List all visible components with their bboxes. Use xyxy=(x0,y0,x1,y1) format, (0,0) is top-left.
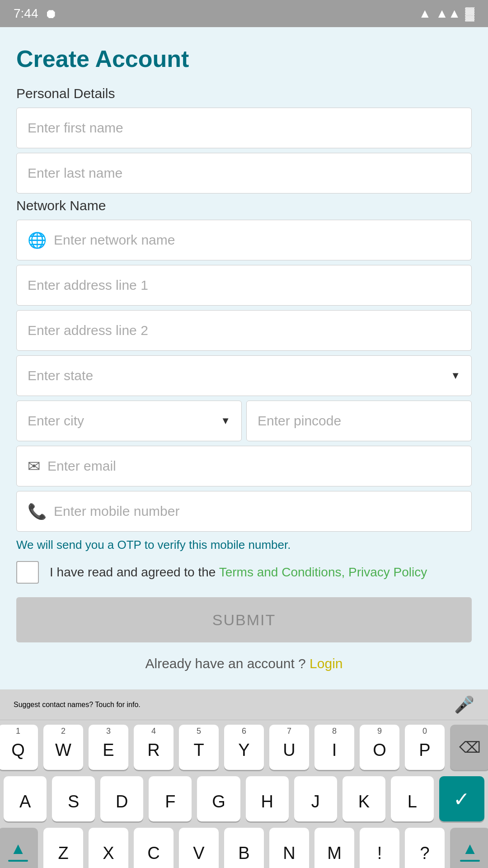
key-g[interactable]: G xyxy=(197,776,240,821)
pincode-field[interactable]: Enter pincode xyxy=(246,401,472,441)
terms-text: I have read and agreed to the Terms and … xyxy=(50,563,427,581)
key-r[interactable]: 4 R xyxy=(134,725,174,770)
key-z[interactable]: Z xyxy=(43,828,83,868)
wifi-icon: ▲ xyxy=(418,6,431,21)
key-s[interactable]: S xyxy=(52,776,95,821)
mobile-field[interactable]: 📞 xyxy=(16,491,472,532)
shift-line-right xyxy=(460,860,480,862)
key-y[interactable]: 6 Y xyxy=(224,725,264,770)
state-dropdown-arrow-icon: ▼ xyxy=(450,370,460,382)
microphone-icon[interactable]: 🎤 xyxy=(454,695,474,714)
status-time: 7:44 xyxy=(14,6,38,21)
suggestion-text: Suggest contact names? Touch for info. xyxy=(14,701,141,709)
shift-line-left xyxy=(8,860,28,862)
pincode-placeholder: Enter pincode xyxy=(258,413,341,429)
address-line1-field[interactable] xyxy=(16,265,472,306)
personal-details-label: Personal Details xyxy=(16,86,472,101)
key-c[interactable]: C xyxy=(134,828,174,868)
email-icon: ✉ xyxy=(28,457,40,475)
key-q[interactable]: 1 Q xyxy=(0,725,38,770)
keyboard-suggestion-bar: Suggest contact names? Touch for info. 🎤 xyxy=(0,689,488,720)
battery-icon: ▓ xyxy=(465,6,474,21)
login-prompt-text: Already have an account ? xyxy=(145,656,306,671)
shift-left-button[interactable]: ▲ xyxy=(0,828,38,868)
email-field[interactable]: ✉ xyxy=(16,446,472,486)
status-right: ▲ ▲▲ ▓ xyxy=(418,6,474,21)
key-x[interactable]: X xyxy=(89,828,128,868)
key-o[interactable]: 9 O xyxy=(360,725,399,770)
state-field[interactable]: Enter state ▼ xyxy=(16,355,472,396)
last-name-field[interactable] xyxy=(16,153,472,193)
key-n[interactable]: N xyxy=(269,828,309,868)
terms-row: I have read and agreed to the Terms and … xyxy=(16,561,472,584)
key-question[interactable]: ? xyxy=(405,828,445,868)
globe-icon: 🌐 xyxy=(28,231,47,249)
address-line2-input[interactable] xyxy=(28,323,460,338)
keyboard: 1 Q 2 W 3 E 4 R 5 T 6 Y 7 U 8 I xyxy=(0,720,488,868)
status-dot-icon: ⏺ xyxy=(45,6,57,21)
key-k[interactable]: K xyxy=(343,776,385,821)
key-i[interactable]: 8 I xyxy=(314,725,354,770)
key-w[interactable]: 2 W xyxy=(43,725,83,770)
terms-prefix: I have read and agreed to the xyxy=(50,565,219,579)
keyboard-row-1: 1 Q 2 W 3 E 4 R 5 T 6 Y 7 U 8 I xyxy=(4,725,484,770)
key-f[interactable]: F xyxy=(149,776,192,821)
key-j[interactable]: J xyxy=(294,776,337,821)
shift-right-icon: ▲ xyxy=(462,839,478,858)
submit-button[interactable]: SUBMIT xyxy=(16,597,472,642)
last-name-input[interactable] xyxy=(28,165,460,181)
city-pincode-row: Enter city ▼ Enter pincode xyxy=(16,401,472,441)
login-link[interactable]: Login xyxy=(310,656,343,671)
terms-checkbox[interactable] xyxy=(16,561,39,584)
network-name-label: Network Name xyxy=(16,198,472,213)
shift-up-icon: ▲ xyxy=(10,839,26,858)
key-u[interactable]: 7 U xyxy=(269,725,309,770)
status-bar: 7:44 ⏺ ▲ ▲▲ ▓ xyxy=(0,0,488,27)
address-line2-field[interactable] xyxy=(16,310,472,351)
email-input[interactable] xyxy=(47,458,460,474)
main-content: Create Account Personal Details Network … xyxy=(0,27,488,689)
signal-icon: ▲▲ xyxy=(436,6,460,21)
key-v[interactable]: V xyxy=(179,828,219,868)
status-left: 7:44 ⏺ xyxy=(14,6,57,21)
city-field[interactable]: Enter city ▼ xyxy=(16,401,242,441)
key-a[interactable]: A xyxy=(4,776,47,821)
city-placeholder: Enter city xyxy=(28,413,84,429)
address-line1-input[interactable] xyxy=(28,278,460,293)
terms-link[interactable]: Terms and Conditions, Privacy Policy xyxy=(219,565,427,579)
key-h[interactable]: H xyxy=(246,776,289,821)
first-name-input[interactable] xyxy=(28,120,460,136)
network-name-input[interactable] xyxy=(54,232,460,248)
key-exclamation[interactable]: ! xyxy=(360,828,399,868)
key-e[interactable]: 3 E xyxy=(89,725,128,770)
key-t[interactable]: 5 T xyxy=(179,725,219,770)
network-name-field[interactable]: 🌐 xyxy=(16,220,472,260)
keyboard-row-3: ▲ Z X C V B N M ! ? ▲ xyxy=(4,828,484,868)
keyboard-row-2: A S D F G H J K L ✓ xyxy=(4,776,484,821)
mobile-input[interactable] xyxy=(54,504,460,519)
first-name-field[interactable] xyxy=(16,108,472,148)
key-p[interactable]: 0 P xyxy=(405,725,445,770)
backspace-icon: ⌫ xyxy=(459,738,481,756)
key-d[interactable]: D xyxy=(100,776,143,821)
page-title: Create Account xyxy=(16,45,472,72)
state-placeholder: Enter state xyxy=(28,368,93,383)
otp-notice: We will send you a OTP to verify this mo… xyxy=(16,538,472,552)
enter-button[interactable]: ✓ xyxy=(439,776,484,821)
key-b[interactable]: B xyxy=(224,828,264,868)
key-l[interactable]: L xyxy=(391,776,434,821)
login-row: Already have an account ? Login xyxy=(16,656,472,671)
backspace-button[interactable]: ⌫ xyxy=(450,725,488,770)
shift-right-button[interactable]: ▲ xyxy=(450,828,488,868)
city-dropdown-arrow-icon: ▼ xyxy=(221,415,230,427)
checkmark-icon: ✓ xyxy=(453,788,470,811)
key-m[interactable]: M xyxy=(314,828,354,868)
phone-icon: 📞 xyxy=(28,502,47,520)
